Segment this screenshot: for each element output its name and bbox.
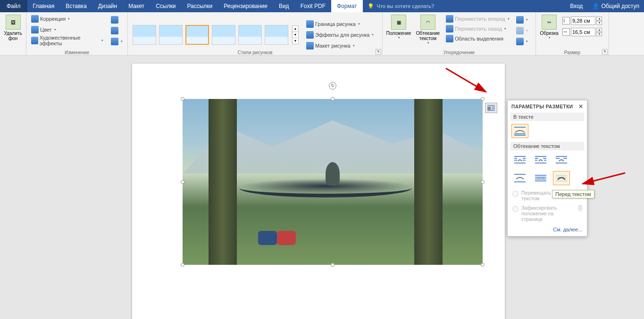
resize-handle-mr[interactable] [481,180,485,184]
effects-icon [306,31,314,39]
resize-handle-ml[interactable] [181,180,184,184]
artistic-effects-button[interactable]: Художественные эффекты▾ [29,35,105,45]
compress-icon [111,16,118,24]
group-adjust-label: Изменение [26,50,127,55]
svg-rect-17 [535,160,537,161]
position-button[interactable]: ▦ Положение ▾ [385,14,412,41]
compress-pictures-button[interactable] [109,15,125,25]
wrap-behind-option[interactable] [532,171,549,185]
group-icon [516,27,524,34]
size-dialog-launcher[interactable]: ⬊ [602,49,608,55]
rotate-handle[interactable]: ↻ [329,82,336,90]
tab-home[interactable]: Главная [27,0,60,12]
gallery-up-button[interactable]: ▴ [292,25,299,32]
send-backward-button[interactable]: Переместить назад▾ [444,24,511,33]
align-button[interactable]: ▾ [514,15,530,25]
tab-layout[interactable]: Макет [123,0,150,12]
resize-handle-br[interactable] [481,263,485,267]
width-icon: ↔ [562,28,570,36]
svg-rect-9 [514,158,517,159]
flyout-close-button[interactable]: ✕ [578,103,584,110]
radio-fix-position[interactable]: Зафиксировать положение на странице i [510,203,584,224]
flyout-more-row: См. далее... [510,224,584,232]
crop-button[interactable]: ✂ Обрезка ▾ [539,14,560,41]
bring-forward-button[interactable]: Переместить вперед▾ [444,14,511,24]
group-arrange: ▦ Положение ▾ ◠ Обтекание текстом ▾ Пере… [383,12,536,56]
svg-rect-27 [535,177,546,178]
selection-pane-button[interactable]: Область выделения [444,33,511,43]
resize-handle-bm[interactable] [331,263,335,267]
corrections-button[interactable]: Коррекция▾ [29,14,105,24]
svg-rect-21 [556,158,560,159]
picture-styles-gallery: ▴ ▾ ▾ [131,22,301,48]
rotate-button[interactable]: ▾ [514,36,530,46]
selected-image[interactable]: ↻ [183,99,483,265]
tab-view[interactable]: Вид [273,0,295,12]
wrap-through-option[interactable] [553,153,570,167]
reset-picture-button[interactable]: ▾ [109,36,125,46]
share-button[interactable]: 👤 Общий доступ [587,3,644,9]
wrap-topbottom-option[interactable] [511,171,528,185]
tell-me-text: Что вы хотите сделать? [377,3,435,9]
width-up[interactable]: ▴ [596,28,602,32]
border-icon [306,20,314,28]
resize-handle-tr[interactable] [481,97,485,101]
layout-options-flyout: ПАРАМЕТРЫ РАЗМЕТКИ ✕ В тексте Обтекание … [507,100,587,237]
image-content [183,99,483,265]
width-down[interactable]: ▾ [596,32,602,36]
picture-border-button[interactable]: Граница рисунка▾ [304,19,376,29]
brush-icon [31,37,38,44]
style-thumb-5[interactable] [238,25,262,45]
gallery-down-button[interactable]: ▾ [292,32,299,38]
remove-background-button[interactable]: 🖼 Удалить фон [3,14,23,42]
wrap-text-button[interactable]: ◠ Обтекание текстом ▾ [415,14,441,46]
gallery-more-button[interactable]: ▾ [292,38,299,44]
wrap-inline-option[interactable] [511,124,528,138]
svg-rect-16 [543,158,546,159]
tell-me[interactable]: 💡 Что вы хотите сделать? [363,3,439,9]
svg-rect-26 [535,175,546,176]
svg-rect-22 [563,158,567,159]
resize-handle-tm[interactable] [331,97,335,101]
style-thumb-1[interactable] [133,25,156,45]
ribbon: 🖼 Удалить фон Коррекция▾ Цвет▾ Художеств… [0,12,644,56]
tab-file[interactable]: Файл [0,0,27,12]
color-button[interactable]: Цвет▾ [29,25,105,34]
radio-move-input[interactable] [512,191,519,197]
width-input[interactable] [571,28,595,36]
radio-fix-input[interactable] [512,206,519,212]
tab-insert[interactable]: Вставка [60,0,92,12]
height-up[interactable]: ▴ [596,16,602,21]
resize-handle-bl[interactable] [181,263,184,267]
svg-rect-0 [487,105,495,106]
picture-layout-button[interactable]: Макет рисунка▾ [304,41,376,50]
svg-rect-30 [556,175,567,176]
layout-options-button[interactable] [485,103,497,113]
style-thumb-3[interactable] [185,25,209,45]
change-picture-button[interactable] [109,25,125,35]
tab-foxit[interactable]: Foxit PDF [295,0,331,12]
tab-references[interactable]: Ссылки [150,0,181,12]
height-input[interactable] [571,16,595,25]
group-button[interactable]: ▾ [514,25,530,35]
wrap-tight-option[interactable] [532,153,549,167]
style-thumb-2[interactable] [159,25,183,45]
see-more-link[interactable]: См. далее... [553,227,582,232]
signin-button[interactable]: Вход [565,3,587,9]
wrap-square-option[interactable] [511,153,528,167]
picture-effects-button[interactable]: Эффекты для рисунка▾ [304,30,376,40]
tab-format[interactable]: Формат [331,0,363,12]
styles-dialog-launcher[interactable]: ⬊ [376,49,381,55]
reset-icon [111,38,118,45]
height-down[interactable]: ▾ [596,21,602,25]
tab-review[interactable]: Рецензирование [218,0,273,12]
flyout-section-inline: В тексте [510,113,584,121]
height-icon: ↕ [562,17,570,25]
tab-design[interactable]: Дизайн [92,0,123,12]
style-thumb-6[interactable] [265,25,288,45]
resize-handle-tl[interactable] [181,97,184,101]
wrap-infront-option[interactable] [553,171,570,185]
tab-mailings[interactable]: Рассылки [181,0,218,12]
style-thumb-4[interactable] [212,25,235,45]
info-icon-2[interactable]: i [578,205,582,211]
